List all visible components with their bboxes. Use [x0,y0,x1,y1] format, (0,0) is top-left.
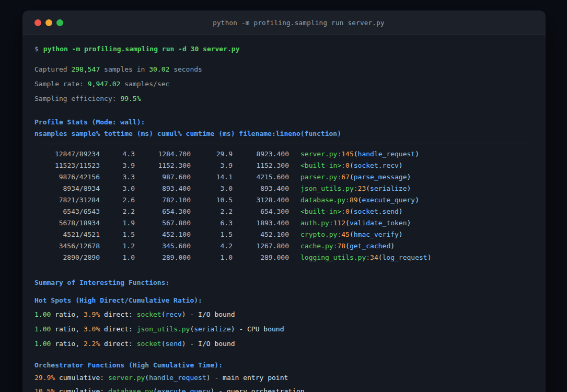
function-name: recv [166,310,182,318]
bound-note: - CPU bound [235,325,284,333]
close-paren: ) [399,162,403,169]
captured-samples-value: 298,547 [71,65,100,73]
cumtime-value: 3128.400 [233,194,289,206]
cumtime-value: 893.400 [233,183,289,194]
orchestrator-heading: Orchestrator Functions (High Cumulative … [34,360,534,371]
table-row: 9876/421563.3987.60014.14215.600parser.p… [34,171,534,183]
function-name: parse_message [354,173,407,181]
cumtime-value: 654.300 [233,206,289,217]
open-paren: ( [161,340,166,348]
function-name: execute_query [362,196,415,204]
lineno: 112 [333,219,345,227]
sample-pct-value: 3.9 [100,160,135,171]
hotspots-list: 1.00 ratio, 3.9% direct: socket(recv) - … [34,307,534,351]
nsamples-value: 2890/2890 [34,252,100,263]
maximize-window-button[interactable] [56,19,63,26]
open-paren: ( [354,150,358,158]
filename: database.py [300,196,345,204]
nsamples-value: 7821/31284 [34,194,100,206]
lineno: 45 [341,230,350,238]
captured-tail-label: seconds [169,65,202,73]
open-paren: ( [350,207,354,215]
rate-label: Sample rate: [34,80,88,88]
tottime-value: 654.300 [135,206,191,217]
colon: : [366,253,370,261]
close-paren: ) [407,219,411,227]
rate-value: 9,947.02 [88,80,121,88]
close-paren: ) [231,325,235,333]
sample-pct-value: 2.2 [100,206,135,217]
minimize-window-button[interactable] [45,19,52,26]
nsamples-value: 8934/8934 [34,183,100,194]
function-name: validate_token [350,219,407,227]
cumtime-value: 1152.300 [233,160,289,171]
function-ref: server.py:145(handle_request) [300,148,419,160]
nsamples-value: 12847/89234 [34,148,100,160]
prompt-symbol: $ [34,45,39,53]
open-paren: ( [378,253,383,261]
cumulative-pct-value: 10.5% [34,387,55,392]
function-ref: crypto.py:45(hmac_verify) [300,229,403,240]
cumulative-label: cumulative: [55,387,108,392]
function-ref: <built-in>:0(socket.send) [300,206,403,217]
summary-heading: Summary of Interesting Functions: [34,277,534,289]
sample-pct-value: 1.0 [100,252,135,263]
ratio-label: ratio, [51,310,84,318]
role-note: - query orchestration [214,387,304,392]
terminal-window: python -m profiling.sampling run server.… [22,10,546,392]
tottime-value: 782.100 [135,194,191,206]
function-name: log_request [383,253,427,261]
hotspots-heading: Hot Spots (High Direct/Cumulative Ratio)… [34,295,534,306]
table-row: 5678/189341.9567.8006.31893.400auth.py:1… [34,217,534,229]
ratio-value: 1.00 [34,325,51,333]
lineno: 0 [345,207,350,215]
close-paren: ) [206,374,211,382]
ratio-label: ratio, [51,340,84,348]
cumtime-value: 1267.800 [233,240,289,252]
function-name: get_cached [350,242,390,250]
sample-pct-value: 1.2 [100,240,135,252]
lineno: 89 [350,196,358,204]
close-paren: ) [415,196,419,204]
cumtime-value: 4215.600 [233,171,289,183]
function-name: send [166,340,182,348]
lineno: 145 [341,150,353,158]
close-paren: ) [399,207,403,215]
tottime-value: 452.100 [135,229,191,240]
rate-unit-label: samples/sec [120,80,169,88]
terminal-output: $python -m profiling.sampling run -d 30 … [22,34,546,392]
filename: crypto.py [300,230,337,238]
colon: : [341,207,345,215]
function-ref: logging_utils.py:34(log_request) [300,252,431,263]
ratio-value: 1.00 [34,310,51,318]
function-name: execute_query [157,387,211,392]
nsamples-value: 9876/42156 [34,171,100,183]
function-name: hmac_verify [354,230,399,238]
cumtime-value: 452.100 [233,229,289,240]
open-paren: ( [345,219,350,227]
close-window-button[interactable] [34,19,41,26]
ratio-label: ratio, [51,325,84,333]
titlebar: python -m profiling.sampling run server.… [22,10,546,34]
filename: socket [137,310,161,318]
function-ref: parser.py:67(parse_message) [300,171,411,183]
filename: logging_utils.py [300,253,366,261]
cumtime-value: 1893.400 [233,217,289,229]
filename: cache.py [300,242,333,250]
table-row: 6543/65432.2654.3002.2654.300<built-in>:… [34,206,534,217]
colon: : [345,196,350,204]
hotspot-line: 1.00 ratio, 2.2% direct: socket(send) - … [34,337,534,351]
nsamples-value: 3456/12678 [34,240,100,252]
nsamples-value: 11523/11523 [34,160,100,171]
table-column-headers: nsamples sample% tottime (ms) cumul% cum… [34,128,534,140]
orchestrator-line: 29.9% cumulative: server.py(handle_reque… [34,371,534,385]
cumulative-label: cumulative: [55,374,108,382]
direct-label: direct: [100,340,136,348]
sample-pct-value: 1.9 [100,217,135,229]
open-paren: ( [153,387,157,392]
nsamples-value: 6543/6543 [34,206,100,217]
sample-rate-line: Sample rate: 9,947.02 samples/sec [34,77,534,91]
role-note: - main entry point [211,374,288,382]
efficiency-value: 99.5% [120,95,141,102]
sample-pct-value: 2.6 [100,194,135,206]
